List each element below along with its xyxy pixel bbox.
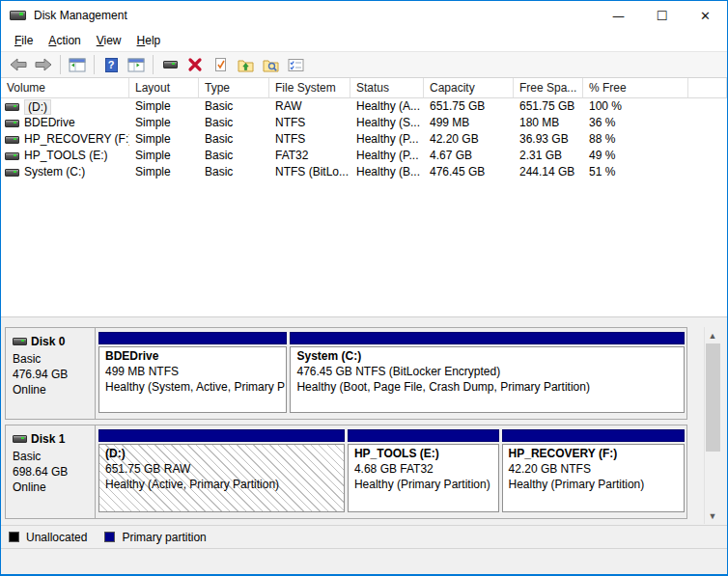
- column-header-pct-free[interactable]: % Free: [583, 78, 688, 98]
- volume-list: Volume Layout Type File System Status Ca…: [1, 78, 727, 316]
- partition-status: Healthy (Primary Partition): [354, 477, 492, 492]
- menu-view[interactable]: View: [89, 32, 129, 49]
- disk-management-window: Disk Management — ☐ ✕ File Action View H…: [0, 0, 728, 576]
- maximize-button[interactable]: ☐: [640, 1, 684, 30]
- help-icon[interactable]: ?: [99, 53, 123, 76]
- vertical-scrollbar[interactable]: ▲ ▼: [704, 327, 720, 524]
- cell-free-space: 36.93 GB: [514, 131, 583, 148]
- cell-free-space: 180 MB: [514, 115, 583, 131]
- column-header-free-space[interactable]: Free Spa...: [514, 78, 583, 98]
- forward-icon[interactable]: [32, 53, 55, 76]
- volume-row-bdedrive[interactable]: BDEDrive Simple Basic NTFS Healthy (S...…: [1, 115, 727, 131]
- disk-device-icon[interactable]: [158, 53, 182, 76]
- cell-file-system: NTFS: [269, 115, 350, 131]
- cell-pct-free: 100 %: [583, 98, 688, 115]
- cell-type: Basic: [199, 131, 269, 148]
- disk-drive-icon: [10, 11, 26, 20]
- disk-0-label[interactable]: Disk 0 Basic 476.94 GB Online: [6, 328, 96, 419]
- column-header-type[interactable]: Type: [199, 78, 269, 98]
- document-check-icon[interactable]: [209, 53, 232, 76]
- cell-capacity: 4.67 GB: [424, 148, 514, 164]
- cell-free-space: 2.31 GB: [514, 148, 583, 164]
- disk-0-row: Disk 0 Basic 476.94 GB Online BDEDrive 4…: [5, 327, 687, 420]
- disk-1-label[interactable]: Disk 1 Basic 698.64 GB Online: [6, 425, 96, 518]
- cell-status: Healthy (P...: [350, 148, 424, 164]
- cell-layout: Simple: [129, 131, 199, 148]
- cell-layout: Simple: [129, 98, 199, 115]
- legend-label: Unallocated: [26, 531, 87, 544]
- cell-file-system: FAT32: [269, 148, 350, 164]
- column-header-volume[interactable]: Volume: [1, 78, 129, 98]
- partition-system-c[interactable]: System (C:) 476.45 GB NTFS (BitLocker En…: [290, 332, 685, 413]
- partition-status: Healthy (Boot, Page File, Crash Dump, Pr…: [296, 379, 678, 395]
- partition-info: 651.75 GB RAW: [105, 461, 338, 477]
- disk-status: Online: [13, 480, 89, 495]
- menu-file[interactable]: File: [7, 32, 41, 49]
- delete-x-icon[interactable]: [183, 53, 207, 76]
- primary-partition-strip: [348, 429, 499, 442]
- close-button[interactable]: ✕: [684, 1, 727, 30]
- disk-size: 698.64 GB: [13, 464, 89, 480]
- scroll-up-icon[interactable]: ▲: [705, 327, 720, 343]
- cell-free-space: 651.75 GB: [514, 98, 583, 115]
- title-bar[interactable]: Disk Management — ☐ ✕: [1, 1, 727, 30]
- disk-icon: [13, 435, 27, 443]
- primary-partition-strip: [98, 332, 287, 344]
- menu-bar: File Action View Help: [1, 30, 727, 51]
- primary-partition-strip: [98, 429, 345, 442]
- volume-row-d[interactable]: (D:) Simple Basic RAW Healthy (A... 651.…: [1, 98, 727, 115]
- partition-hp-recovery[interactable]: HP_RECOVERY (F:) 42.20 GB NTFS Healthy (…: [502, 429, 685, 512]
- partition-name: HP_TOOLS (E:): [354, 446, 492, 461]
- scrollbar-thumb[interactable]: [706, 343, 720, 452]
- partition-hp-tools[interactable]: HP_TOOLS (E:) 4.68 GB FAT32 Healthy (Pri…: [348, 429, 499, 512]
- volume-name: HP_TOOLS (E:): [24, 148, 107, 164]
- partition-status: Healthy (System, Active, Primary P: [105, 379, 280, 395]
- status-bar: [1, 548, 727, 574]
- toolbar-separator: [60, 55, 61, 74]
- cell-status: Healthy (B...: [350, 164, 424, 180]
- menu-action[interactable]: Action: [41, 32, 88, 49]
- cell-pct-free: 88 %: [583, 131, 688, 148]
- column-header-status[interactable]: Status: [350, 78, 424, 98]
- volume-list-header: Volume Layout Type File System Status Ca…: [1, 78, 727, 98]
- cell-file-system: NTFS (BitLo...: [269, 164, 350, 180]
- scroll-down-icon[interactable]: ▼: [705, 507, 720, 524]
- console-tree-icon[interactable]: [66, 53, 89, 76]
- cell-pct-free: 51 %: [583, 164, 688, 180]
- folder-up-icon[interactable]: [234, 53, 257, 76]
- partition-name: HP_RECOVERY (F:): [509, 446, 678, 461]
- volume-drive-icon: [5, 152, 19, 160]
- volume-row-hp-recovery[interactable]: HP_RECOVERY (F:) Simple Basic NTFS Healt…: [1, 131, 727, 148]
- primary-partition-swatch: [104, 532, 115, 542]
- cell-type: Basic: [199, 164, 269, 180]
- disk-name: Disk 1: [31, 431, 65, 447]
- volume-row-hp-tools[interactable]: HP_TOOLS (E:) Simple Basic FAT32 Healthy…: [1, 148, 727, 164]
- menu-help[interactable]: Help: [129, 32, 169, 49]
- volume-name: HP_RECOVERY (F:): [24, 131, 129, 148]
- column-header-layout[interactable]: Layout: [129, 78, 199, 98]
- disk-icon: [13, 338, 27, 345]
- disk-status: Online: [13, 382, 89, 398]
- disk-type: Basic: [13, 449, 89, 464]
- back-icon[interactable]: [7, 53, 30, 76]
- volume-row-system-c[interactable]: System (C:) Simple Basic NTFS (BitLo... …: [1, 164, 727, 180]
- checklist-icon[interactable]: [284, 53, 307, 76]
- column-header-file-system[interactable]: File System: [269, 78, 350, 98]
- disk-type: Basic: [13, 351, 89, 367]
- cell-layout: Simple: [129, 164, 199, 180]
- partition-d-selected[interactable]: (D:) 651.75 GB RAW Healthy (Active, Prim…: [98, 429, 345, 512]
- minimize-button[interactable]: —: [597, 1, 640, 30]
- unallocated-swatch: [9, 532, 19, 542]
- partition-status: Healthy (Active, Primary Partition): [105, 477, 338, 492]
- pane-splitter[interactable]: [1, 316, 727, 326]
- cell-capacity: 499 MB: [424, 115, 514, 131]
- folder-magnifier-icon[interactable]: [259, 53, 282, 76]
- cell-status: Healthy (A...: [350, 98, 424, 115]
- disk-size: 476.94 GB: [13, 367, 89, 382]
- legend-unallocated: Unallocated: [9, 531, 87, 544]
- disk-1-row: Disk 1 Basic 698.64 GB Online (D:) 651.7…: [5, 425, 687, 519]
- column-header-capacity[interactable]: Capacity: [424, 78, 514, 98]
- partition-bdedrive[interactable]: BDEDrive 499 MB NTFS Healthy (System, Ac…: [98, 332, 287, 413]
- cell-capacity: 476.45 GB: [424, 164, 514, 180]
- action-pane-icon[interactable]: [125, 53, 148, 76]
